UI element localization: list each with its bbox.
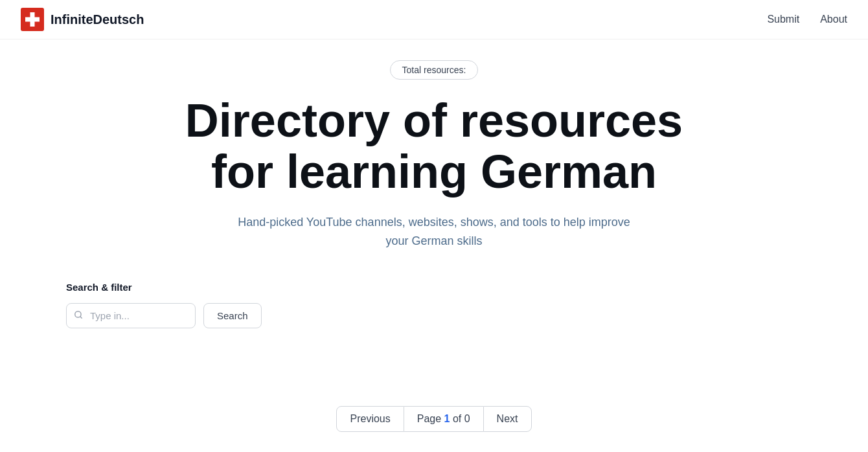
- nav: Submit About: [767, 14, 847, 25]
- page-info: Page 1 of 0: [404, 406, 483, 432]
- logo[interactable]: InfiniteDeutsch: [21, 8, 144, 31]
- logo-text: InfiniteDeutsch: [51, 12, 144, 27]
- total-resources-badge: Total resources:: [390, 60, 479, 80]
- hero-title: Directory of resources for learning Germ…: [185, 95, 683, 198]
- logo-icon: [21, 8, 44, 31]
- about-link[interactable]: About: [820, 14, 847, 25]
- submit-link[interactable]: Submit: [767, 14, 799, 25]
- pagination: Previous Page 1 of 0 Next: [336, 406, 531, 432]
- search-section: Search & filter Search: [45, 282, 823, 328]
- search-button[interactable]: Search: [203, 303, 262, 328]
- next-button[interactable]: Next: [483, 406, 532, 432]
- previous-button[interactable]: Previous: [336, 406, 404, 432]
- search-row: Search: [66, 303, 802, 328]
- hero-subtitle: Hand-picked YouTube channels, websites, …: [227, 213, 641, 251]
- search-input-wrapper: [66, 303, 196, 328]
- search-input[interactable]: [66, 303, 196, 328]
- search-label: Search & filter: [66, 282, 802, 293]
